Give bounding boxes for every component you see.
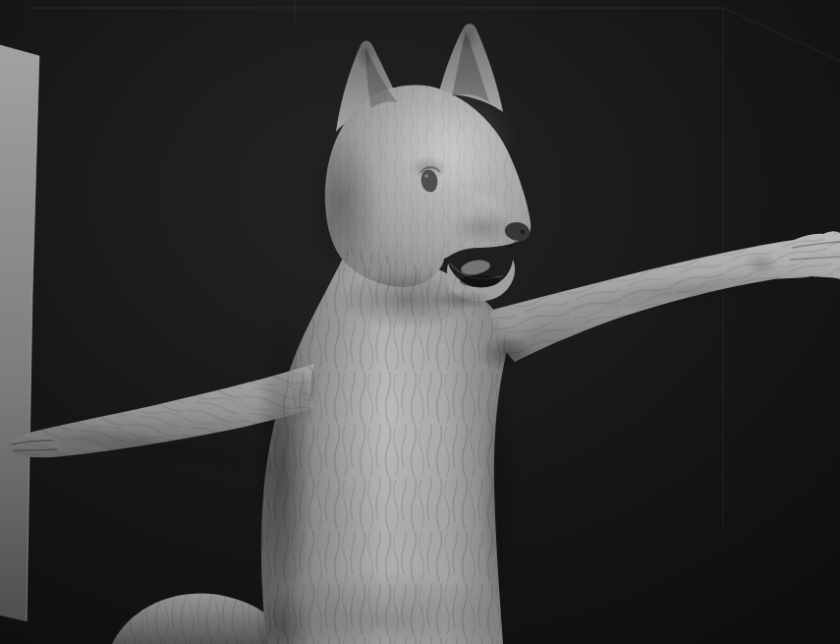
shade-left-ear-tip — [356, 38, 375, 70]
sculpt-viewport[interactable] — [0, 0, 840, 644]
shade-right-ear-tip — [459, 22, 478, 53]
viewport-canvas[interactable] — [0, 0, 840, 644]
